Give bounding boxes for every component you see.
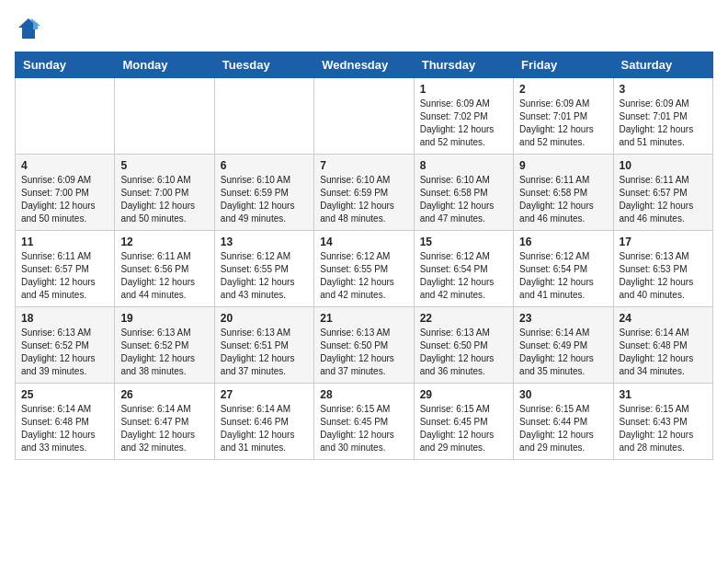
day-info: Sunrise: 6:14 AM Sunset: 6:49 PM Dayligh… bbox=[519, 327, 607, 378]
calendar-week-row: 25Sunrise: 6:14 AM Sunset: 6:48 PM Dayli… bbox=[16, 384, 713, 460]
header-wednesday: Wednesday bbox=[314, 52, 414, 78]
calendar-week-row: 1Sunrise: 6:09 AM Sunset: 7:02 PM Daylig… bbox=[16, 78, 713, 155]
day-number: 1 bbox=[420, 83, 507, 96]
day-info: Sunrise: 6:12 AM Sunset: 6:55 PM Dayligh… bbox=[320, 250, 407, 302]
calendar-week-row: 4Sunrise: 6:09 AM Sunset: 7:00 PM Daylig… bbox=[16, 155, 713, 231]
calendar-header-row: SundayMondayTuesdayWednesdayThursdayFrid… bbox=[16, 52, 713, 78]
day-number: 10 bbox=[620, 159, 707, 172]
day-number: 8 bbox=[420, 159, 507, 172]
day-number: 24 bbox=[620, 312, 707, 325]
calendar-cell: 6Sunrise: 6:10 AM Sunset: 6:59 PM Daylig… bbox=[214, 155, 313, 231]
day-number: 31 bbox=[620, 388, 707, 401]
day-info: Sunrise: 6:09 AM Sunset: 7:01 PM Dayligh… bbox=[620, 98, 707, 149]
calendar-cell: 17Sunrise: 6:13 AM Sunset: 6:53 PM Dayli… bbox=[613, 231, 712, 307]
day-info: Sunrise: 6:09 AM Sunset: 7:00 PM Dayligh… bbox=[21, 174, 108, 225]
day-number: 14 bbox=[320, 236, 407, 248]
day-info: Sunrise: 6:14 AM Sunset: 6:48 PM Dayligh… bbox=[620, 327, 707, 378]
calendar-cell: 15Sunrise: 6:12 AM Sunset: 6:54 PM Dayli… bbox=[414, 231, 513, 307]
day-number: 30 bbox=[519, 388, 607, 401]
day-number: 21 bbox=[320, 312, 407, 325]
logo-icon bbox=[15, 15, 42, 42]
day-info: Sunrise: 6:11 AM Sunset: 6:58 PM Dayligh… bbox=[519, 174, 607, 225]
day-info: Sunrise: 6:11 AM Sunset: 6:56 PM Dayligh… bbox=[120, 250, 208, 302]
calendar-cell: 13Sunrise: 6:12 AM Sunset: 6:55 PM Dayli… bbox=[214, 231, 313, 307]
day-number: 29 bbox=[420, 388, 507, 401]
day-number: 22 bbox=[420, 312, 507, 325]
calendar-cell: 7Sunrise: 6:10 AM Sunset: 6:59 PM Daylig… bbox=[314, 155, 414, 231]
day-number: 18 bbox=[21, 312, 108, 325]
calendar-week-row: 11Sunrise: 6:11 AM Sunset: 6:57 PM Dayli… bbox=[16, 231, 713, 307]
day-info: Sunrise: 6:13 AM Sunset: 6:52 PM Dayligh… bbox=[120, 327, 208, 378]
calendar-cell: 25Sunrise: 6:14 AM Sunset: 6:48 PM Dayli… bbox=[16, 384, 115, 460]
day-number: 5 bbox=[120, 159, 208, 172]
header-saturday: Saturday bbox=[613, 52, 712, 78]
calendar-cell: 8Sunrise: 6:10 AM Sunset: 6:58 PM Daylig… bbox=[414, 155, 513, 231]
day-number: 20 bbox=[221, 312, 308, 325]
day-info: Sunrise: 6:11 AM Sunset: 6:57 PM Dayligh… bbox=[21, 250, 108, 302]
day-info: Sunrise: 6:15 AM Sunset: 6:45 PM Dayligh… bbox=[420, 403, 507, 454]
day-info: Sunrise: 6:10 AM Sunset: 6:58 PM Dayligh… bbox=[420, 174, 507, 225]
day-info: Sunrise: 6:14 AM Sunset: 6:48 PM Dayligh… bbox=[21, 403, 108, 454]
calendar-cell: 23Sunrise: 6:14 AM Sunset: 6:49 PM Dayli… bbox=[514, 307, 613, 384]
day-number: 17 bbox=[620, 236, 707, 248]
calendar-cell: 22Sunrise: 6:13 AM Sunset: 6:50 PM Dayli… bbox=[414, 307, 513, 384]
calendar-cell: 20Sunrise: 6:13 AM Sunset: 6:51 PM Dayli… bbox=[214, 307, 313, 384]
day-number: 2 bbox=[519, 83, 607, 96]
header-friday: Friday bbox=[514, 52, 613, 78]
calendar-cell: 28Sunrise: 6:15 AM Sunset: 6:45 PM Dayli… bbox=[314, 384, 414, 460]
calendar-cell bbox=[115, 78, 214, 155]
day-number: 3 bbox=[620, 83, 707, 96]
day-info: Sunrise: 6:09 AM Sunset: 7:01 PM Dayligh… bbox=[519, 98, 607, 149]
calendar-cell: 1Sunrise: 6:09 AM Sunset: 7:02 PM Daylig… bbox=[414, 78, 513, 155]
header-monday: Monday bbox=[115, 52, 214, 78]
calendar-cell: 26Sunrise: 6:14 AM Sunset: 6:47 PM Dayli… bbox=[115, 384, 214, 460]
calendar-cell: 21Sunrise: 6:13 AM Sunset: 6:50 PM Dayli… bbox=[314, 307, 414, 384]
header-thursday: Thursday bbox=[414, 52, 513, 78]
day-number: 12 bbox=[120, 236, 208, 248]
day-info: Sunrise: 6:10 AM Sunset: 7:00 PM Dayligh… bbox=[120, 174, 208, 225]
calendar-cell bbox=[16, 78, 115, 155]
calendar-cell: 9Sunrise: 6:11 AM Sunset: 6:58 PM Daylig… bbox=[514, 155, 613, 231]
day-number: 19 bbox=[120, 312, 208, 325]
day-info: Sunrise: 6:15 AM Sunset: 6:43 PM Dayligh… bbox=[620, 403, 707, 454]
day-number: 7 bbox=[320, 159, 407, 172]
day-number: 4 bbox=[21, 159, 108, 172]
day-number: 13 bbox=[221, 236, 308, 248]
calendar-cell: 19Sunrise: 6:13 AM Sunset: 6:52 PM Dayli… bbox=[115, 307, 214, 384]
day-info: Sunrise: 6:13 AM Sunset: 6:50 PM Dayligh… bbox=[420, 327, 507, 378]
calendar-cell: 31Sunrise: 6:15 AM Sunset: 6:43 PM Dayli… bbox=[613, 384, 712, 460]
day-info: Sunrise: 6:12 AM Sunset: 6:54 PM Dayligh… bbox=[420, 250, 507, 302]
calendar-cell: 10Sunrise: 6:11 AM Sunset: 6:57 PM Dayli… bbox=[613, 155, 712, 231]
day-number: 6 bbox=[221, 159, 308, 172]
day-info: Sunrise: 6:10 AM Sunset: 6:59 PM Dayligh… bbox=[221, 174, 308, 225]
day-number: 11 bbox=[21, 236, 108, 248]
day-info: Sunrise: 6:15 AM Sunset: 6:44 PM Dayligh… bbox=[519, 403, 607, 454]
page-header bbox=[15, 15, 713, 42]
day-number: 16 bbox=[519, 236, 607, 248]
header-sunday: Sunday bbox=[16, 52, 115, 78]
calendar-table: SundayMondayTuesdayWednesdayThursdayFrid… bbox=[15, 52, 713, 460]
calendar-cell: 11Sunrise: 6:11 AM Sunset: 6:57 PM Dayli… bbox=[16, 231, 115, 307]
day-number: 9 bbox=[519, 159, 607, 172]
day-number: 15 bbox=[420, 236, 507, 248]
day-info: Sunrise: 6:12 AM Sunset: 6:55 PM Dayligh… bbox=[221, 250, 308, 302]
day-number: 23 bbox=[519, 312, 607, 325]
day-info: Sunrise: 6:13 AM Sunset: 6:53 PM Dayligh… bbox=[620, 250, 707, 302]
day-info: Sunrise: 6:13 AM Sunset: 6:52 PM Dayligh… bbox=[21, 327, 108, 378]
calendar-cell: 16Sunrise: 6:12 AM Sunset: 6:54 PM Dayli… bbox=[514, 231, 613, 307]
calendar-cell: 5Sunrise: 6:10 AM Sunset: 7:00 PM Daylig… bbox=[115, 155, 214, 231]
calendar-cell bbox=[214, 78, 313, 155]
calendar-cell bbox=[314, 78, 414, 155]
day-number: 25 bbox=[21, 388, 108, 401]
calendar-cell: 2Sunrise: 6:09 AM Sunset: 7:01 PM Daylig… bbox=[514, 78, 613, 155]
day-info: Sunrise: 6:10 AM Sunset: 6:59 PM Dayligh… bbox=[320, 174, 407, 225]
calendar-cell: 12Sunrise: 6:11 AM Sunset: 6:56 PM Dayli… bbox=[115, 231, 214, 307]
calendar-cell: 4Sunrise: 6:09 AM Sunset: 7:00 PM Daylig… bbox=[16, 155, 115, 231]
day-info: Sunrise: 6:11 AM Sunset: 6:57 PM Dayligh… bbox=[620, 174, 707, 225]
calendar-cell: 30Sunrise: 6:15 AM Sunset: 6:44 PM Dayli… bbox=[514, 384, 613, 460]
day-info: Sunrise: 6:15 AM Sunset: 6:45 PM Dayligh… bbox=[320, 403, 407, 454]
calendar-cell: 3Sunrise: 6:09 AM Sunset: 7:01 PM Daylig… bbox=[613, 78, 712, 155]
day-number: 26 bbox=[120, 388, 208, 401]
calendar-cell: 24Sunrise: 6:14 AM Sunset: 6:48 PM Dayli… bbox=[613, 307, 712, 384]
day-info: Sunrise: 6:12 AM Sunset: 6:54 PM Dayligh… bbox=[519, 250, 607, 302]
